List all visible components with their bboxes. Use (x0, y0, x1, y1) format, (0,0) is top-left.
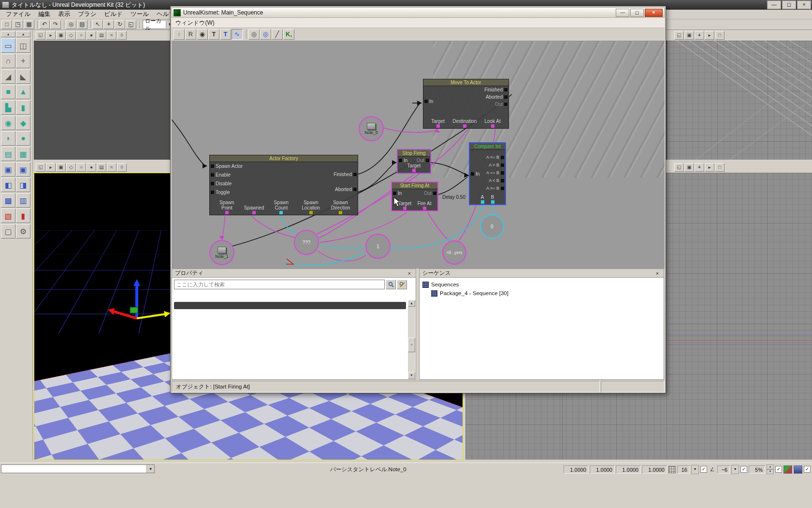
wireframe-view-icon[interactable]: ◇ (66, 31, 76, 40)
show-curves-icon[interactable]: ∿ (232, 29, 243, 40)
scroll-up-icon[interactable]: ▲ (408, 300, 415, 307)
scale-snap-stepper[interactable]: ▴ ▾ (767, 464, 774, 474)
kismet-var-unknown[interactable]: ??? (294, 230, 319, 255)
minimize-button[interactable]: — (767, 0, 781, 9)
maximize-button[interactable]: ◻ (782, 0, 796, 9)
search-input[interactable] (174, 280, 385, 289)
grid-view-icon[interactable]: + (695, 163, 704, 172)
output-pin[interactable]: A > B (489, 163, 504, 167)
camera-perspective-icon[interactable]: ▣ (56, 31, 66, 40)
zoom-selected-icon[interactable]: ◎ (260, 29, 271, 40)
content-browser-icon[interactable]: ▤ (77, 20, 87, 29)
input-pin[interactable]: Toggle (211, 190, 243, 195)
kismet-node-move-to-actor[interactable]: Move To Actor In FinishedAbortedOut Targ… (423, 79, 509, 129)
cylinder-builder-icon[interactable]: ▮ (16, 100, 30, 115)
volume-add-icon[interactable]: ▥ (16, 193, 30, 208)
variable-pin[interactable]: Target (431, 119, 445, 128)
csg-intersect-icon[interactable]: ◧ (1, 178, 15, 192)
kismet-var-all-players[interactable]: All ..yers (442, 240, 466, 265)
face-drag-icon[interactable]: ◣ (16, 69, 30, 84)
palette-collapse-button[interactable]: ▴ (1, 31, 15, 37)
chevron-down-icon[interactable]: ▾ (146, 465, 154, 473)
kismet-var-zero[interactable]: 0 (480, 214, 504, 239)
viewport-top-right[interactable] (667, 41, 812, 160)
menu-item[interactable]: 編集 (34, 9, 54, 19)
output-pin[interactable]: Aborted (486, 94, 508, 100)
chevron-down-icon[interactable]: ▾ (731, 465, 739, 474)
spiral-stairs-builder-icon[interactable]: ◉ (1, 116, 15, 130)
property-category-bar[interactable] (174, 302, 406, 309)
variable-pin[interactable]: Look At (484, 119, 500, 128)
input-pin[interactable]: Disable (211, 181, 243, 186)
csg-add-icon[interactable]: ▣ (1, 162, 15, 177)
brush-clip-icon[interactable]: ◢ (1, 69, 15, 84)
output-pin[interactable]: A < B (489, 178, 504, 183)
rotation-grid-checkbox[interactable]: ✓ (740, 466, 747, 473)
tree-item-package[interactable]: Package_4 - Sequence [30] (422, 289, 661, 298)
translate-tool-icon[interactable]: + (103, 20, 114, 29)
viewport-maximize-icon[interactable]: ◱ (36, 31, 45, 40)
terrain-mode-icon[interactable]: ∩ (1, 54, 15, 68)
gear-icon[interactable]: ⚙ (16, 224, 30, 239)
realtime-icon[interactable]: ▸ (705, 31, 714, 40)
sheet-builder-icon[interactable]: ◆ (16, 116, 30, 130)
rotate-tool-icon[interactable]: ↻ (115, 20, 125, 29)
kismet-close-button[interactable]: × (645, 9, 663, 17)
camera-perspective-icon[interactable]: ▣ (56, 163, 66, 172)
open-kismet-icon[interactable]: K, (283, 29, 294, 40)
lit-view-icon[interactable]: ● (87, 163, 96, 172)
output-pin[interactable]: A == B (486, 170, 504, 175)
show-all-connectors-icon[interactable]: T (220, 29, 231, 40)
search-actors-icon[interactable]: ◎ (66, 20, 76, 29)
wireframe-view-icon[interactable]: ◇ (66, 163, 76, 172)
geometry-mode-icon[interactable]: ◫ (16, 38, 30, 53)
widget-toggle-icon[interactable]: ▢ (1, 224, 15, 239)
palette-collapse-button[interactable]: ▴ (16, 31, 30, 37)
stairs-builder-icon[interactable]: ▙ (1, 100, 15, 115)
input-pin[interactable]: In (424, 99, 433, 104)
redo-icon[interactable]: ↷ (50, 20, 61, 29)
properties-header[interactable]: プロパティ × (172, 269, 416, 278)
spin-down-icon[interactable]: ▾ (767, 469, 774, 474)
input-pin[interactable]: In (399, 158, 407, 163)
mover-brush-icon[interactable]: ▮ (16, 209, 30, 223)
sphere-builder-icon[interactable]: ● (16, 131, 30, 146)
input-pin[interactable]: Spawn Actor (211, 164, 243, 169)
show-flags-viewport-icon[interactable]: ≈ (107, 31, 116, 40)
output-pin[interactable]: Finished (484, 87, 508, 92)
variable-pin[interactable]: Spawn Direction (328, 200, 353, 214)
csg-subtract-icon[interactable]: ▣ (16, 162, 30, 177)
coordinate-system-combo[interactable]: ローカル ▾ (143, 20, 174, 29)
output-pin[interactable]: Out (417, 158, 429, 163)
select-tool-icon[interactable]: ↖ (92, 20, 103, 29)
output-pin[interactable]: A <= B (486, 155, 504, 160)
lock-viewport-icon[interactable]: ◊ (117, 31, 127, 40)
kismet-node-compare-int[interactable]: Compare Int In A <= BA > BA == BA < BA >… (469, 142, 506, 205)
detail-view-icon[interactable]: ▤ (97, 163, 106, 172)
chevron-down-icon[interactable]: ▾ (691, 465, 699, 474)
menu-item[interactable]: ブラシ (74, 9, 100, 19)
input-pin[interactable]: Enable (211, 172, 243, 178)
kismet-maximize-button[interactable]: ◻ (630, 9, 644, 17)
kismet-menu-window[interactable]: ウィンドウ(W) (175, 19, 215, 27)
output-pin[interactable]: Finished (334, 172, 357, 177)
close-icon[interactable]: × (654, 270, 661, 276)
grid-view-icon[interactable]: + (695, 31, 704, 40)
viewport-maximize-icon[interactable]: ◱ (36, 163, 45, 172)
kismet-graph-canvas[interactable]: Move To Actor In FinishedAbortedOut Targ… (172, 41, 665, 269)
variable-pin[interactable]: Target (407, 164, 421, 173)
output-pin[interactable]: A >= B (486, 186, 504, 191)
kismet-node-actor-factory[interactable]: Actor Factory Spawn ActorEnableDisableTo… (209, 155, 358, 215)
variable-pin[interactable]: Destination (452, 119, 477, 128)
menu-item[interactable]: ファイル (2, 9, 34, 19)
close-button[interactable]: × (797, 0, 811, 9)
close-icon[interactable]: × (406, 270, 413, 276)
new-map-icon[interactable]: □ (1, 20, 12, 29)
separator[interactable] (89, 21, 91, 29)
input-pin[interactable]: In (471, 171, 479, 177)
viewport-maximize-icon[interactable]: ◱ (674, 31, 684, 40)
variable-pin[interactable]: A (481, 195, 484, 204)
lit-view-icon[interactable]: ● (87, 31, 96, 40)
output-pin[interactable]: Out (495, 102, 508, 107)
variable-pin[interactable]: Spawned (244, 206, 264, 215)
